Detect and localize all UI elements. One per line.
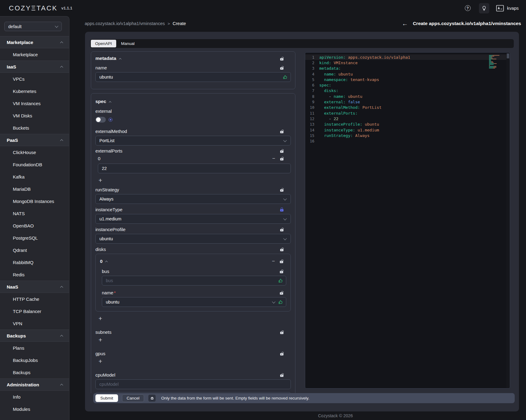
sidebar-item-info[interactable]: Info: [0, 391, 69, 403]
code-line[interactable]: 12 - 22: [305, 116, 510, 121]
help-button[interactable]: ?: [462, 3, 473, 13]
sidebar-item-vpcs[interactable]: VPCs: [0, 73, 69, 85]
code-line[interactable]: 2kind: VMInstance: [305, 60, 510, 65]
sidebar-group-naas[interactable]: NaaS: [0, 281, 69, 293]
sidebar-group-marketplace[interactable]: Marketplace: [0, 36, 69, 48]
tab-openapi[interactable]: OpenAPI: [91, 40, 116, 47]
unlock-icon[interactable]: [280, 353, 283, 356]
sidebar-item-kubernetes[interactable]: Kubernetes: [0, 85, 69, 97]
unlock-icon[interactable]: [280, 58, 283, 61]
code-line[interactable]: 7 disks:: [305, 88, 510, 94]
code-line[interactable]: 13 instanceProfile: ubuntu: [305, 122, 510, 127]
sidebar-group-paas[interactable]: PaaS: [0, 134, 69, 146]
code-line[interactable]: 15 runStrategy: Always: [305, 133, 510, 138]
sidebar-item-tcp-balancer[interactable]: TCP Balancer: [0, 305, 69, 317]
reset-default-icon[interactable]: [109, 118, 113, 122]
add-gpu-button[interactable]: +: [95, 358, 291, 365]
spec-section-header[interactable]: spec: [95, 98, 291, 105]
external-toggle[interactable]: [95, 117, 106, 123]
code-line[interactable]: 3metadata:: [305, 66, 510, 71]
submit-button[interactable]: Submit: [95, 394, 118, 402]
code-line[interactable]: 4 name: ubuntu: [305, 71, 510, 77]
code-line[interactable]: 8 - name: ubuntu: [305, 94, 510, 99]
unlock-icon[interactable]: [280, 249, 283, 251]
back-arrow-icon[interactable]: ←: [402, 20, 408, 27]
code-line[interactable]: 6spec:: [305, 82, 510, 88]
sidebar-item-backupjobs[interactable]: BackupJobs: [0, 354, 69, 366]
sidebar-item-plans[interactable]: Plans: [0, 342, 69, 354]
sidebar-item-mariadb[interactable]: MariaDB: [0, 183, 69, 195]
sidebar-item-marketplace[interactable]: Marketplace: [0, 48, 69, 61]
sidebar-item-nats[interactable]: NATS: [0, 207, 69, 219]
code-line[interactable]: 5 namespace: tenant-kvaps: [305, 77, 510, 82]
sidebar-item-mongodb-instances[interactable]: MongoDB Instances: [0, 195, 69, 207]
lock-icon[interactable]: [280, 209, 283, 212]
add-externalPorts-item-button[interactable]: +: [95, 177, 291, 184]
code-line[interactable]: 16: [305, 138, 510, 144]
editor-scrollbar[interactable]: [506, 53, 509, 388]
unlock-icon[interactable]: [280, 332, 283, 334]
unlock-icon[interactable]: [280, 150, 283, 153]
code-line[interactable]: 14 instanceType: u1.medium: [305, 127, 510, 133]
unlock-icon[interactable]: [280, 261, 283, 263]
unlock-icon[interactable]: [280, 67, 283, 70]
sidebar-group-iaas[interactable]: IaaS: [0, 61, 69, 73]
unlock-icon[interactable]: [280, 131, 283, 133]
sidebar-item-modules[interactable]: Modules: [0, 403, 69, 415]
debug-button[interactable]: [148, 394, 156, 402]
unlock-icon[interactable]: [280, 374, 283, 377]
thumbs-up-icon[interactable]: [283, 75, 287, 79]
scrollbar-thumb[interactable]: [507, 53, 509, 58]
thumbs-up-icon[interactable]: [278, 300, 283, 304]
sidebar-item-qdrant[interactable]: Qdrant: [0, 244, 69, 256]
unlock-icon[interactable]: [280, 229, 283, 231]
sidebar-item-redis[interactable]: Redis: [0, 268, 69, 281]
sidebar-item-postgresql[interactable]: PostgreSQL: [0, 232, 69, 244]
sidebar-group-administration[interactable]: Administration: [0, 378, 69, 391]
unlock-icon[interactable]: [280, 189, 283, 192]
unlock-icon[interactable]: [280, 292, 283, 295]
instanceType-select[interactable]: u1.medium: [95, 214, 291, 224]
code-line[interactable]: 9 external: false: [305, 99, 510, 105]
cancel-button[interactable]: Cancel: [122, 394, 144, 402]
bus-input[interactable]: bus: [102, 276, 286, 286]
externalPorts-item-input[interactable]: 22: [98, 164, 291, 173]
sidebar-group-backups[interactable]: Backups: [0, 330, 69, 342]
sidebar-item-http-cache[interactable]: HTTP Cache: [0, 293, 69, 305]
metadata-section-header[interactable]: metadata: [95, 55, 121, 61]
add-disk-button[interactable]: +: [95, 315, 291, 322]
thumbs-up-icon[interactable]: [278, 278, 283, 283]
sidebar-item-kafka[interactable]: Kafka: [0, 171, 69, 183]
sidebar-item-clickhouse[interactable]: ClickHouse: [0, 146, 69, 158]
breadcrumb-path-link[interactable]: apps.cozystack.io/v1alpha1/vminstances: [85, 21, 165, 26]
theme-toggle-button[interactable]: [479, 3, 489, 13]
unlock-icon[interactable]: [280, 271, 283, 273]
sidebar-item-vpn[interactable]: VPN: [0, 317, 69, 330]
code-line[interactable]: 11 externalPorts:: [305, 110, 510, 116]
sidebar-item-foundationdb[interactable]: FoundationDB: [0, 158, 69, 171]
sidebar-item-buckets[interactable]: Buckets: [0, 122, 69, 134]
sidebar-item-vm-instances[interactable]: VM Instances: [0, 97, 69, 109]
code-line[interactable]: 1apiVersion: apps.cozystack.io/v1alpha1: [305, 54, 510, 60]
unlock-icon[interactable]: [280, 158, 283, 160]
disks-item-header[interactable]: 0: [100, 258, 107, 264]
yaml-editor[interactable]: 1apiVersion: apps.cozystack.io/v1alpha12…: [305, 52, 510, 389]
sidebar-item-openbao[interactable]: OpenBAO: [0, 219, 69, 232]
sidebar-item-rabbitmq[interactable]: RabbitMQ: [0, 256, 69, 268]
sidebar-item-vm-disks[interactable]: VM Disks: [0, 109, 69, 122]
namespace-select[interactable]: default: [4, 22, 62, 31]
add-subnet-button[interactable]: +: [95, 337, 291, 343]
editor-minimap[interactable]: [489, 55, 504, 70]
remove-disk-button[interactable]: −: [272, 259, 275, 264]
metadata-name-input[interactable]: ubuntu: [95, 72, 291, 82]
user-menu[interactable]: kvaps: [496, 5, 519, 12]
instanceProfile-select[interactable]: ubuntu: [95, 234, 291, 244]
cpuModel-input[interactable]: cpuModel: [95, 379, 291, 389]
tab-manual[interactable]: Manual: [116, 40, 139, 47]
runStrategy-select[interactable]: Always: [95, 194, 291, 204]
disk-name-select[interactable]: ubuntu: [102, 297, 286, 307]
externalMethod-select[interactable]: PortList: [95, 136, 291, 146]
code-line[interactable]: 10 externalMethod: PortList: [305, 105, 510, 110]
remove-item-button[interactable]: −: [272, 156, 275, 161]
sidebar-item-backups[interactable]: Backups: [0, 366, 69, 378]
